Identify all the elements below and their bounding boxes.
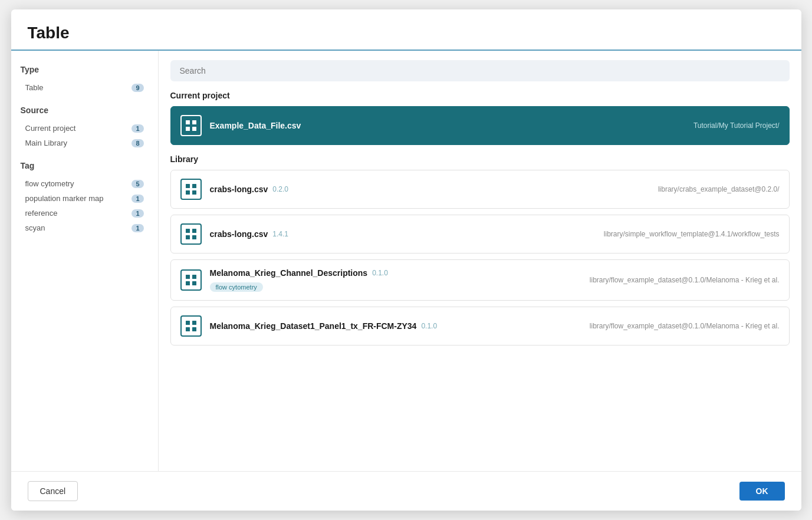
item-right: library/simple_workflow_template@1.4.1/w… [604, 230, 780, 238]
item-name: Melanoma_Krieg_Channel_Descriptions [210, 268, 368, 278]
sidebar: Type Table9 Source Current project1Main … [11, 51, 159, 471]
filter-label: Current project [25, 124, 76, 133]
item-name: Example_Data_File.csv [210, 121, 301, 130]
item-info: Example_Data_File.csv [210, 121, 686, 130]
table-row[interactable]: crabs-long.csv 1.4.1 library/simple_work… [170, 215, 790, 254]
filter-item[interactable]: Main Library8 [21, 136, 149, 150]
filter-badge: 1 [132, 224, 143, 232]
item-info: crabs-long.csv 1.4.1 [210, 229, 597, 239]
tag-section-title: Tag [21, 161, 149, 170]
filter-item[interactable]: Current project1 [21, 121, 149, 136]
item-path: library/crabs_example_dataset@0.2.0/ [658, 185, 780, 193]
filter-label: flow cytometry [25, 179, 74, 188]
item-right: library/flow_example_dataset@0.1.0/Melan… [590, 322, 780, 330]
item-version: 0.1.0 [372, 269, 388, 277]
table-row[interactable]: Example_Data_File.csv Tutorial/My Tutori… [170, 106, 790, 145]
item-info: Melanoma_Krieg_Dataset1_Panel1_tx_FR-FCM… [210, 321, 583, 331]
item-path: library/flow_example_dataset@0.1.0/Melan… [590, 276, 780, 284]
filter-label: scyan [25, 223, 45, 232]
item-name-row: Melanoma_Krieg_Channel_Descriptions 0.1.… [210, 268, 583, 278]
item-path: library/flow_example_dataset@0.1.0/Melan… [590, 322, 780, 330]
item-info: crabs-long.csv 0.2.0 [210, 185, 651, 194]
item-right: library/crabs_example_dataset@0.2.0/ [658, 185, 780, 193]
filter-label: population marker map [25, 194, 104, 203]
dialog-body: Type Table9 Source Current project1Main … [11, 51, 801, 471]
item-path: library/simple_workflow_template@1.4.1/w… [604, 230, 780, 238]
dialog-footer: Cancel OK [11, 471, 801, 511]
item-right: Tutorial/My Tutorial Project/ [693, 121, 780, 130]
table-row[interactable]: crabs-long.csv 0.2.0 library/crabs_examp… [170, 170, 790, 209]
item-name: crabs-long.csv [210, 229, 268, 239]
filter-item[interactable]: population marker map1 [21, 191, 149, 206]
filter-item[interactable]: scyan1 [21, 220, 149, 235]
ok-button[interactable]: OK [739, 482, 785, 501]
item-name-row: Melanoma_Krieg_Dataset1_Panel1_tx_FR-FCM… [210, 321, 583, 331]
filter-label: reference [25, 209, 58, 218]
table-icon [180, 269, 202, 291]
item-tags: flow cytometry [210, 281, 583, 292]
filter-label: Main Library [25, 139, 68, 147]
item-name: Melanoma_Krieg_Dataset1_Panel1_tx_FR-FCM… [210, 321, 417, 331]
results-list: Current project Example_Data_File.csv Tu… [170, 91, 790, 462]
source-section-title: Source [21, 106, 149, 115]
search-input[interactable] [170, 60, 790, 81]
item-version: 0.2.0 [272, 185, 288, 193]
library-label: Library [170, 154, 790, 164]
main-content: Current project Example_Data_File.csv Tu… [159, 51, 801, 471]
table-row[interactable]: Melanoma_Krieg_Channel_Descriptions 0.1.… [170, 259, 790, 301]
table-icon [180, 223, 202, 245]
table-row[interactable]: Melanoma_Krieg_Dataset1_Panel1_tx_FR-FCM… [170, 307, 790, 345]
item-path: Tutorial/My Tutorial Project/ [693, 121, 780, 130]
filter-item[interactable]: reference1 [21, 206, 149, 220]
item-name-row: crabs-long.csv 0.2.0 [210, 185, 651, 194]
dialog-header: Table [11, 9, 801, 51]
item-name-row: Example_Data_File.csv [210, 121, 686, 130]
filter-item[interactable]: flow cytometry5 [21, 176, 149, 191]
type-section-title: Type [21, 65, 149, 74]
filter-badge: 9 [132, 84, 143, 92]
cancel-button[interactable]: Cancel [28, 481, 78, 501]
filter-badge: 5 [132, 180, 143, 188]
item-info: Melanoma_Krieg_Channel_Descriptions 0.1.… [210, 268, 583, 292]
tag-pill: flow cytometry [210, 282, 263, 292]
filter-item[interactable]: Table9 [21, 80, 149, 95]
dialog-title: Table [28, 24, 785, 42]
filter-badge: 1 [132, 195, 143, 203]
item-version: 0.1.0 [421, 322, 437, 330]
table-icon [180, 179, 202, 200]
filter-badge: 1 [132, 209, 143, 218]
current-project-section: Current project Example_Data_File.csv Tu… [170, 91, 790, 145]
filter-label: Table [25, 83, 44, 92]
table-icon [180, 115, 202, 136]
item-name: crabs-long.csv [210, 185, 268, 194]
current-project-label: Current project [170, 91, 790, 100]
dialog: Table Type Table9 Source Current project… [11, 9, 801, 511]
filter-badge: 8 [132, 139, 143, 147]
item-name-row: crabs-long.csv 1.4.1 [210, 229, 597, 239]
item-right: library/flow_example_dataset@0.1.0/Melan… [590, 276, 780, 284]
filter-badge: 1 [132, 124, 143, 133]
library-section: Library crabs-long.csv 0.2.0 library/cra… [170, 154, 790, 345]
table-icon [180, 315, 202, 337]
item-version: 1.4.1 [272, 230, 288, 238]
